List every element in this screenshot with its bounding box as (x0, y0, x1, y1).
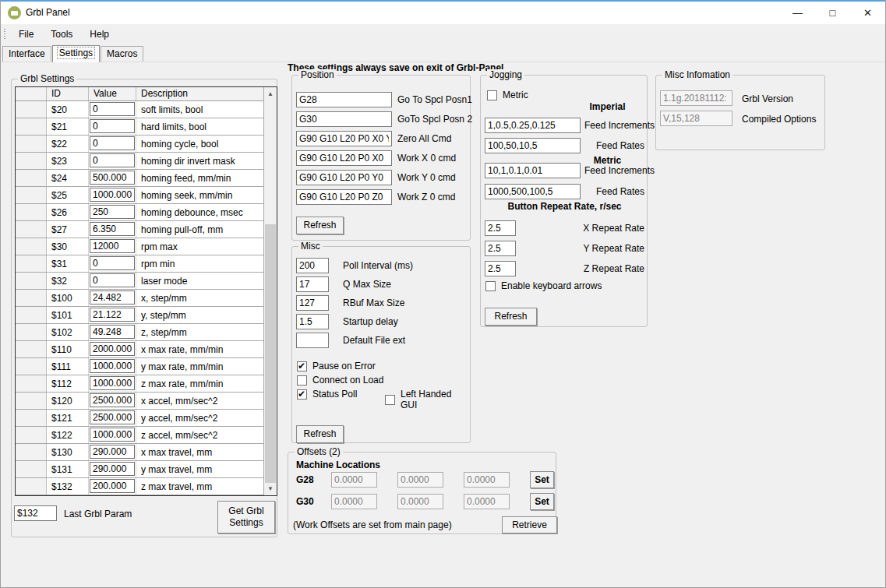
id-cell[interactable]: $30 (47, 238, 89, 255)
misc-refresh-button[interactable]: Refresh (296, 425, 344, 443)
value-input[interactable] (90, 410, 135, 424)
description-cell[interactable]: homing pull-off, mm (136, 221, 263, 238)
row-header-cell[interactable] (16, 170, 47, 186)
field-input[interactable] (485, 241, 516, 256)
field-input[interactable] (296, 189, 392, 205)
description-cell[interactable]: homing seek, mm/min (136, 187, 263, 203)
description-cell[interactable]: z, step/mm (136, 324, 263, 340)
value-input[interactable] (90, 393, 135, 407)
description-cell[interactable]: y max rate, mm/min (136, 358, 263, 375)
status-poll-checkbox[interactable]: Status Poll (297, 389, 357, 400)
retrieve-button[interactable]: Retrieve (502, 516, 557, 533)
jogging-refresh-button[interactable]: Refresh (485, 308, 537, 326)
row-header-cell[interactable] (16, 255, 47, 272)
row-header-cell[interactable] (16, 478, 47, 495)
row-header-cell[interactable] (16, 358, 47, 375)
id-cell[interactable]: $26 (47, 204, 89, 220)
id-cell[interactable]: $110 (47, 341, 89, 357)
value-input[interactable] (90, 256, 135, 270)
id-cell[interactable]: $111 (47, 358, 89, 375)
description-cell[interactable]: x max travel, mm (136, 444, 263, 460)
tab-settings[interactable]: Settings (52, 45, 100, 62)
value-input[interactable] (90, 171, 135, 185)
row-header-cell[interactable] (16, 187, 47, 203)
id-cell[interactable]: $24 (47, 170, 89, 186)
row-header-cell[interactable] (16, 273, 47, 289)
field-input[interactable] (296, 314, 329, 329)
field-input[interactable] (296, 276, 329, 292)
last-param-input[interactable] (14, 505, 57, 521)
id-cell[interactable]: $130 (47, 444, 89, 460)
id-cell[interactable]: $112 (47, 375, 89, 392)
id-cell[interactable]: $120 (47, 393, 89, 409)
value-input[interactable] (90, 308, 135, 322)
connect-on-load-checkbox[interactable]: Connect on Load (297, 375, 383, 386)
description-cell[interactable]: rpm max (136, 238, 263, 255)
value-input[interactable] (90, 273, 135, 287)
pause-on-error-checkbox[interactable]: Pause on Error (297, 361, 376, 371)
id-cell[interactable]: $132 (47, 478, 89, 495)
tab-interface[interactable]: Interface (2, 46, 51, 62)
field-input[interactable] (485, 138, 581, 153)
id-cell[interactable]: $22 (47, 136, 89, 152)
description-cell[interactable]: homing debounce, msec (136, 204, 263, 220)
position-refresh-button[interactable]: Refresh (296, 217, 344, 234)
field-input[interactable] (296, 150, 392, 166)
description-cell[interactable]: z accel, mm/sec^2 (136, 427, 263, 443)
row-header-cell[interactable] (16, 153, 47, 169)
id-cell[interactable]: $23 (47, 153, 89, 169)
description-cell[interactable]: y, step/mm (136, 307, 263, 323)
field-input[interactable] (296, 258, 329, 273)
field-input[interactable] (296, 131, 392, 146)
row-header-cell[interactable] (16, 427, 47, 443)
menu-item[interactable]: Tools (42, 26, 81, 42)
description-cell[interactable]: laser mode (136, 273, 263, 289)
enable-keyboard-arrows-checkbox[interactable]: Enable keyboard arrows (485, 280, 602, 291)
set-button[interactable]: Set (530, 493, 554, 510)
row-header-cell[interactable] (16, 204, 47, 220)
menu-item[interactable]: Help (81, 26, 118, 42)
id-cell[interactable]: $20 (47, 101, 89, 118)
description-cell[interactable]: z max rate, mm/min (136, 375, 263, 392)
value-input[interactable] (90, 428, 135, 442)
id-cell[interactable]: $131 (47, 461, 89, 477)
value-input[interactable] (90, 205, 135, 219)
id-cell[interactable]: $122 (47, 427, 89, 443)
row-header-cell[interactable] (16, 221, 47, 238)
row-header-cell[interactable] (16, 238, 47, 255)
id-cell[interactable]: $25 (47, 187, 89, 203)
value-input[interactable] (90, 153, 135, 167)
value-input[interactable] (90, 188, 135, 202)
field-input[interactable] (485, 163, 581, 178)
value-input[interactable] (90, 136, 135, 150)
value-input[interactable] (90, 462, 135, 476)
row-header-cell[interactable] (16, 341, 47, 357)
description-cell[interactable]: y max travel, mm (136, 461, 263, 477)
description-cell[interactable]: x, step/mm (136, 290, 263, 306)
id-cell[interactable]: $27 (47, 221, 89, 238)
id-cell[interactable]: $100 (47, 290, 89, 306)
row-header-cell[interactable] (16, 461, 47, 477)
scrollbar-thumb[interactable] (265, 224, 276, 483)
field-input[interactable] (485, 184, 581, 199)
value-input[interactable] (90, 359, 135, 373)
close-icon[interactable]: ✕ (850, 2, 885, 24)
value-input[interactable] (90, 102, 135, 116)
value-input[interactable] (90, 445, 135, 459)
titlebar[interactable]: Grbl Panel — □ ✕ (1, 2, 885, 24)
scroll-down-icon[interactable]: ▼ (264, 482, 277, 495)
description-cell[interactable]: rpm min (136, 255, 263, 272)
field-input[interactable] (485, 261, 516, 276)
id-cell[interactable]: $121 (47, 410, 89, 426)
value-input[interactable] (90, 222, 135, 236)
description-cell[interactable]: x max rate, mm/min (136, 341, 263, 357)
value-input[interactable] (90, 479, 135, 493)
row-header-cell[interactable] (16, 324, 47, 340)
row-header-cell[interactable] (16, 118, 47, 135)
id-cell[interactable]: $21 (47, 118, 89, 135)
value-input[interactable] (90, 119, 135, 133)
set-button[interactable]: Set (530, 471, 554, 488)
description-cell[interactable]: hard limits, bool (136, 118, 263, 135)
row-header-cell[interactable] (16, 410, 47, 426)
description-cell[interactable]: homing dir invert mask (136, 153, 263, 169)
